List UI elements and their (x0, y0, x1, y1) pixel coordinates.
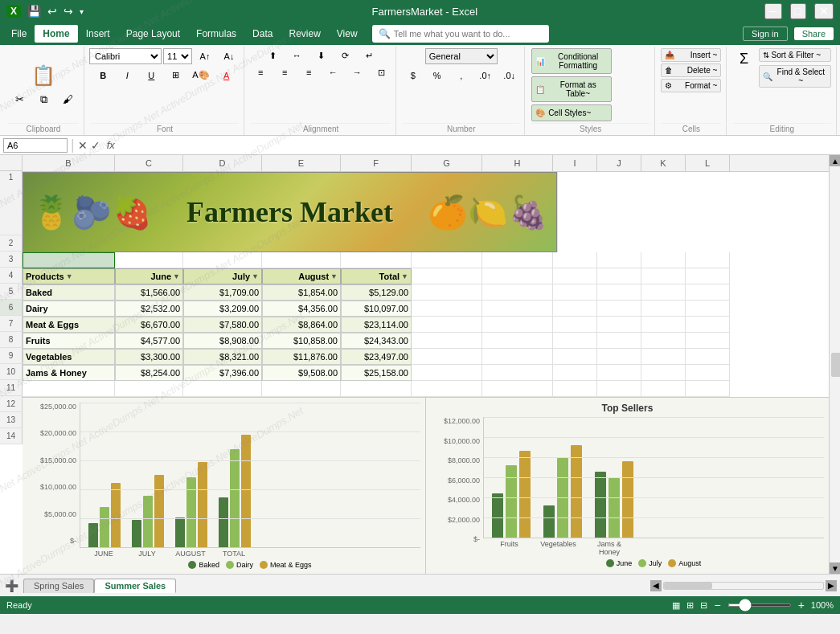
function-icon[interactable]: fx (104, 139, 118, 151)
underline-button[interactable]: U (140, 68, 162, 83)
cell-g10[interactable] (412, 317, 482, 333)
wrap-text-button[interactable]: ↵ (358, 48, 380, 63)
undo-button[interactable]: ↩ (46, 3, 59, 19)
orient-button[interactable]: ⟳ (334, 48, 356, 63)
menu-insert[interactable]: Insert (78, 25, 118, 43)
cell-j6[interactable] (597, 252, 641, 268)
increase-font-button[interactable]: A↑ (194, 49, 216, 63)
redo-button[interactable]: ↪ (62, 3, 75, 19)
col-header-k[interactable]: K (641, 155, 686, 171)
comma-button[interactable]: , (450, 68, 473, 83)
copy-button[interactable]: ⧉ (32, 91, 55, 108)
cell-e9[interactable]: $4,356.00 (262, 301, 341, 317)
menu-home[interactable]: Home (35, 25, 77, 43)
cell-c9[interactable]: $2,532.00 (115, 301, 183, 317)
cell-h11[interactable] (482, 333, 553, 349)
cell-e12[interactable]: $11,876.00 (262, 349, 341, 365)
cell-i10[interactable] (553, 317, 597, 333)
cell-c6[interactable] (115, 252, 183, 268)
cell-h8[interactable] (482, 284, 553, 301)
border-button[interactable]: ⊞ (164, 67, 186, 83)
cell-e14[interactable] (262, 381, 341, 397)
cell-e13[interactable]: $9,508.00 (262, 365, 341, 381)
cell-j11[interactable] (597, 333, 641, 349)
cell-i6[interactable] (553, 252, 597, 268)
scroll-left-button[interactable]: ◀ (650, 580, 662, 591)
cell-j14[interactable] (597, 381, 641, 397)
autosum-button[interactable]: Σ (733, 48, 756, 70)
cell-g11[interactable] (412, 333, 482, 349)
cancel-icon[interactable]: ✕ (78, 139, 88, 152)
col-header-f[interactable]: F (341, 155, 412, 171)
font-face-select[interactable]: Calibri (89, 48, 162, 64)
cell-k8[interactable] (641, 284, 686, 301)
decrease-indent-button[interactable]: ← (322, 65, 344, 80)
cell-g12[interactable] (412, 349, 482, 365)
cell-c13[interactable]: $8,254.00 (115, 365, 183, 381)
cell-e7[interactable]: August ▼ (262, 268, 341, 284)
formula-input[interactable] (121, 140, 837, 151)
format-cells-button[interactable]: ⚙Format ~ (661, 79, 721, 92)
merge-center-button[interactable]: ⊡ (370, 65, 392, 80)
align-right-button[interactable]: ≡ (297, 65, 320, 80)
cell-h10[interactable] (482, 317, 553, 333)
insert-cells-button[interactable]: 📥Insert ~ (661, 48, 721, 62)
cell-b10[interactable]: Meat & Eggs (23, 317, 115, 333)
col-header-b[interactable]: B (23, 155, 115, 171)
cell-d12[interactable]: $8,321.00 (183, 349, 262, 365)
cut-button[interactable]: ✂ (8, 91, 31, 108)
align-middle-button[interactable]: ↔ (285, 48, 308, 63)
cell-k14[interactable] (641, 381, 686, 397)
menu-data[interactable]: Data (244, 25, 281, 43)
fill-color-button[interactable]: A🎨 (188, 67, 213, 83)
cell-i8[interactable] (553, 284, 597, 301)
add-sheet-button[interactable]: ➕ (0, 579, 23, 592)
cell-c8[interactable]: $1,566.00 (115, 284, 183, 301)
align-center-button[interactable]: ≡ (273, 65, 296, 80)
cell-g13[interactable] (412, 365, 482, 381)
cell-h7[interactable] (482, 268, 553, 284)
increase-decimal-button[interactable]: .0↑ (474, 68, 497, 83)
cell-l9[interactable] (686, 301, 730, 317)
cell-i7[interactable] (553, 268, 597, 284)
minimize-button[interactable]: ─ (764, 3, 782, 19)
cell-i14[interactable] (553, 381, 597, 397)
cell-f13[interactable]: $25,158.00 (341, 365, 412, 381)
cell-f9[interactable]: $10,097.00 (341, 301, 412, 317)
cell-i13[interactable] (553, 365, 597, 381)
maximize-button[interactable]: □ (790, 3, 806, 19)
scroll-right-button[interactable]: ▶ (826, 580, 837, 591)
cell-l10[interactable] (686, 317, 730, 333)
cell-g9[interactable] (412, 301, 482, 317)
cell-k13[interactable] (641, 365, 686, 381)
cell-f6[interactable] (341, 252, 412, 268)
save-button[interactable]: 💾 (26, 3, 43, 19)
menu-page-layout[interactable]: Page Layout (118, 25, 188, 43)
font-size-select[interactable]: 11 (163, 48, 192, 64)
decrease-decimal-button[interactable]: .0↓ (498, 68, 521, 83)
menu-formulas[interactable]: Formulas (188, 25, 244, 43)
cell-h12[interactable] (482, 349, 553, 365)
format-painter-button[interactable]: 🖌 (56, 91, 79, 108)
conditional-formatting-button[interactable]: 📊Conditional Formatting (531, 48, 612, 74)
close-button[interactable]: ✕ (814, 3, 834, 19)
view-page-layout-icon[interactable]: ⊞ (686, 600, 694, 611)
col-header-l[interactable]: L (686, 155, 730, 171)
col-header-e[interactable]: E (262, 155, 341, 171)
cell-j10[interactable] (597, 317, 641, 333)
view-normal-icon[interactable]: ▦ (672, 600, 680, 611)
cell-f10[interactable]: $23,114.00 (341, 317, 412, 333)
cell-f12[interactable]: $23,497.00 (341, 349, 412, 365)
cell-l6[interactable] (686, 252, 730, 268)
cell-f8[interactable]: $5,129.00 (341, 284, 412, 301)
increase-indent-button[interactable]: → (346, 65, 368, 80)
customize-quick-access-button[interactable]: ▾ (78, 6, 85, 18)
tab-summer-sales[interactable]: Summer Sales (94, 579, 176, 593)
accounting-button[interactable]: $ (402, 68, 424, 83)
cell-f14[interactable] (341, 381, 412, 397)
cell-i9[interactable] (553, 301, 597, 317)
menu-file[interactable]: File (3, 25, 35, 43)
percent-button[interactable]: % (426, 68, 449, 83)
cell-c14[interactable] (115, 381, 183, 397)
align-left-button[interactable]: ≡ (249, 65, 272, 80)
